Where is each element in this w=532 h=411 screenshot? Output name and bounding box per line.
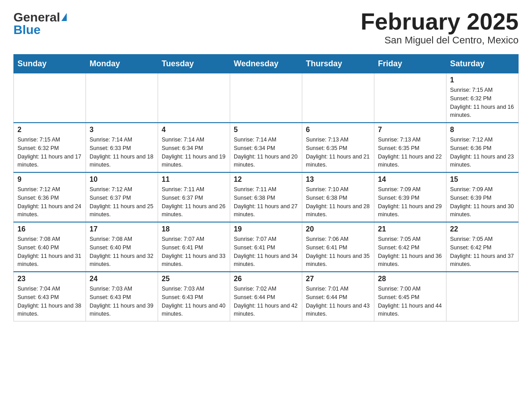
location-title: San Miguel del Centro, Mexico [360, 34, 519, 46]
day-info: Sunrise: 7:15 AMSunset: 6:32 PMDaylight:… [450, 86, 515, 120]
day-info: Sunrise: 7:02 AMSunset: 6:44 PMDaylight:… [234, 285, 298, 318]
calendar-day-cell: 9Sunrise: 7:12 AMSunset: 6:36 PMDaylight… [14, 172, 86, 222]
day-number: 18 [162, 225, 226, 233]
day-info: Sunrise: 7:10 AMSunset: 6:38 PMDaylight:… [306, 185, 370, 219]
weekday-header-monday: Monday [86, 55, 158, 73]
calendar-day-cell: 28Sunrise: 7:00 AMSunset: 6:45 PMDayligh… [374, 272, 446, 321]
calendar-day-cell: 18Sunrise: 7:07 AMSunset: 6:41 PMDayligh… [158, 222, 230, 272]
day-info: Sunrise: 7:08 AMSunset: 6:40 PMDaylight:… [90, 235, 154, 269]
day-number: 22 [450, 225, 515, 233]
calendar-table: SundayMondayTuesdayWednesdayThursdayFrid… [13, 54, 519, 321]
calendar-day-cell: 6Sunrise: 7:13 AMSunset: 6:35 PMDaylight… [302, 123, 374, 172]
calendar-day-cell: 11Sunrise: 7:11 AMSunset: 6:37 PMDayligh… [158, 172, 230, 222]
day-info: Sunrise: 7:06 AMSunset: 6:41 PMDaylight:… [306, 235, 370, 269]
day-number: 9 [17, 176, 82, 184]
weekday-header-wednesday: Wednesday [230, 55, 302, 73]
calendar-day-cell: 16Sunrise: 7:08 AMSunset: 6:40 PMDayligh… [14, 222, 86, 272]
calendar-day-cell [230, 73, 302, 123]
calendar-day-cell: 20Sunrise: 7:06 AMSunset: 6:41 PMDayligh… [302, 222, 374, 272]
day-number: 25 [162, 275, 226, 283]
page-header: General Blue February 2025 San Miguel de… [13, 9, 519, 46]
day-info: Sunrise: 7:01 AMSunset: 6:44 PMDaylight:… [306, 285, 370, 318]
calendar-day-cell: 3Sunrise: 7:14 AMSunset: 6:33 PMDaylight… [86, 123, 158, 172]
day-number: 13 [306, 176, 370, 184]
calendar-week-row: 9Sunrise: 7:12 AMSunset: 6:36 PMDaylight… [14, 172, 519, 222]
calendar-day-cell: 26Sunrise: 7:02 AMSunset: 6:44 PMDayligh… [230, 272, 302, 321]
month-title: February 2025 [360, 9, 519, 34]
day-number: 11 [162, 176, 226, 184]
logo-blue-text: Blue [13, 24, 41, 36]
day-info: Sunrise: 7:14 AMSunset: 6:33 PMDaylight:… [90, 136, 154, 169]
day-info: Sunrise: 7:12 AMSunset: 6:37 PMDaylight:… [90, 185, 154, 219]
calendar-day-cell: 8Sunrise: 7:12 AMSunset: 6:36 PMDaylight… [446, 123, 519, 172]
day-info: Sunrise: 7:14 AMSunset: 6:34 PMDaylight:… [162, 136, 226, 169]
calendar-week-row: 2Sunrise: 7:15 AMSunset: 6:32 PMDaylight… [14, 123, 519, 172]
day-info: Sunrise: 7:03 AMSunset: 6:43 PMDaylight:… [90, 285, 154, 318]
day-info: Sunrise: 7:08 AMSunset: 6:40 PMDaylight:… [17, 235, 82, 269]
day-number: 3 [90, 126, 154, 134]
weekday-header-saturday: Saturday [446, 55, 519, 73]
weekday-header-thursday: Thursday [302, 55, 374, 73]
day-info: Sunrise: 7:13 AMSunset: 6:35 PMDaylight:… [378, 136, 442, 169]
calendar-day-cell: 25Sunrise: 7:03 AMSunset: 6:43 PMDayligh… [158, 272, 230, 321]
calendar-day-cell: 22Sunrise: 7:05 AMSunset: 6:42 PMDayligh… [446, 222, 519, 272]
day-number: 19 [234, 225, 298, 233]
day-number: 26 [234, 275, 298, 283]
day-number: 27 [306, 275, 370, 283]
day-number: 2 [17, 126, 82, 134]
day-number: 20 [306, 225, 370, 233]
calendar-day-cell [446, 272, 519, 321]
calendar-day-cell: 24Sunrise: 7:03 AMSunset: 6:43 PMDayligh… [86, 272, 158, 321]
calendar-day-cell: 23Sunrise: 7:04 AMSunset: 6:43 PMDayligh… [14, 272, 86, 321]
day-info: Sunrise: 7:07 AMSunset: 6:41 PMDaylight:… [234, 235, 298, 269]
day-info: Sunrise: 7:03 AMSunset: 6:43 PMDaylight:… [162, 285, 226, 318]
day-number: 5 [234, 126, 298, 134]
calendar-week-row: 23Sunrise: 7:04 AMSunset: 6:43 PMDayligh… [14, 272, 519, 321]
calendar-day-cell [302, 73, 374, 123]
day-info: Sunrise: 7:04 AMSunset: 6:43 PMDaylight:… [17, 285, 82, 318]
day-info: Sunrise: 7:12 AMSunset: 6:36 PMDaylight:… [17, 185, 82, 219]
day-number: 4 [162, 126, 226, 134]
day-info: Sunrise: 7:11 AMSunset: 6:38 PMDaylight:… [234, 185, 298, 219]
calendar-day-cell: 12Sunrise: 7:11 AMSunset: 6:38 PMDayligh… [230, 172, 302, 222]
calendar-day-cell: 1Sunrise: 7:15 AMSunset: 6:32 PMDaylight… [446, 73, 519, 123]
calendar-day-cell: 2Sunrise: 7:15 AMSunset: 6:32 PMDaylight… [14, 123, 86, 172]
day-info: Sunrise: 7:09 AMSunset: 6:39 PMDaylight:… [378, 185, 442, 219]
calendar-day-cell: 4Sunrise: 7:14 AMSunset: 6:34 PMDaylight… [158, 123, 230, 172]
calendar-day-cell: 17Sunrise: 7:08 AMSunset: 6:40 PMDayligh… [86, 222, 158, 272]
calendar-day-cell: 5Sunrise: 7:14 AMSunset: 6:34 PMDaylight… [230, 123, 302, 172]
calendar-day-cell [86, 73, 158, 123]
calendar-day-cell: 21Sunrise: 7:05 AMSunset: 6:42 PMDayligh… [374, 222, 446, 272]
calendar-day-cell [158, 73, 230, 123]
day-info: Sunrise: 7:05 AMSunset: 6:42 PMDaylight:… [450, 235, 515, 269]
calendar-day-cell: 13Sunrise: 7:10 AMSunset: 6:38 PMDayligh… [302, 172, 374, 222]
day-number: 14 [378, 176, 442, 184]
day-info: Sunrise: 7:11 AMSunset: 6:37 PMDaylight:… [162, 185, 226, 219]
day-info: Sunrise: 7:07 AMSunset: 6:41 PMDaylight:… [162, 235, 226, 269]
calendar-week-row: 1Sunrise: 7:15 AMSunset: 6:32 PMDaylight… [14, 73, 519, 123]
day-number: 6 [306, 126, 370, 134]
logo: General Blue [13, 9, 67, 36]
calendar-day-cell: 10Sunrise: 7:12 AMSunset: 6:37 PMDayligh… [86, 172, 158, 222]
day-number: 12 [234, 176, 298, 184]
logo-general-text: General [13, 11, 60, 24]
day-number: 28 [378, 275, 442, 283]
day-info: Sunrise: 7:00 AMSunset: 6:45 PMDaylight:… [378, 285, 442, 318]
day-info: Sunrise: 7:14 AMSunset: 6:34 PMDaylight:… [234, 136, 298, 169]
calendar-day-cell: 14Sunrise: 7:09 AMSunset: 6:39 PMDayligh… [374, 172, 446, 222]
day-info: Sunrise: 7:05 AMSunset: 6:42 PMDaylight:… [378, 235, 442, 269]
calendar-day-cell: 27Sunrise: 7:01 AMSunset: 6:44 PMDayligh… [302, 272, 374, 321]
calendar-day-cell: 7Sunrise: 7:13 AMSunset: 6:35 PMDaylight… [374, 123, 446, 172]
day-number: 8 [450, 126, 515, 134]
day-number: 1 [450, 76, 515, 84]
day-number: 16 [17, 225, 82, 233]
day-number: 17 [90, 225, 154, 233]
weekday-header-row: SundayMondayTuesdayWednesdayThursdayFrid… [14, 55, 519, 73]
title-block: February 2025 San Miguel del Centro, Mex… [360, 9, 519, 46]
day-number: 23 [17, 275, 82, 283]
calendar-day-cell: 19Sunrise: 7:07 AMSunset: 6:41 PMDayligh… [230, 222, 302, 272]
day-info: Sunrise: 7:12 AMSunset: 6:36 PMDaylight:… [450, 136, 515, 169]
day-info: Sunrise: 7:13 AMSunset: 6:35 PMDaylight:… [306, 136, 370, 169]
weekday-header-tuesday: Tuesday [158, 55, 230, 73]
day-info: Sunrise: 7:09 AMSunset: 6:39 PMDaylight:… [450, 185, 515, 219]
